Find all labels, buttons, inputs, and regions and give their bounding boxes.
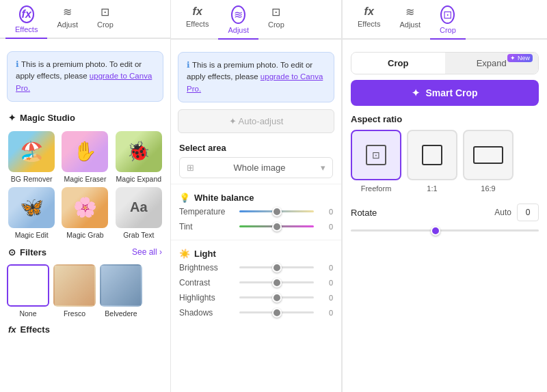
- rotate-track[interactable]: [351, 229, 539, 232]
- white-balance-title: 💡 White balance: [179, 187, 333, 207]
- crop-tab-label-right: Crop: [440, 26, 456, 34]
- adjust-icon-left: ≋: [63, 5, 72, 18]
- contrast-value: 0: [319, 279, 333, 287]
- expand-label: Magic Expand: [116, 175, 162, 183]
- effects-tab-label-right: Effects: [358, 20, 380, 28]
- contrast-track[interactable]: [239, 281, 314, 283]
- smart-crop-button[interactable]: ✦ Smart Crop: [351, 80, 539, 106]
- left-tabs: fx Effects ≋ Adjust ⊡ Crop: [0, 0, 170, 39]
- highlights-label: Highlights: [179, 293, 234, 303]
- tab-effects-mid[interactable]: fx Effects: [176, 0, 218, 38]
- shadows-track[interactable]: [239, 311, 314, 313]
- magic-item-eraser[interactable]: ✋ Magic Eraser: [60, 131, 109, 183]
- magic-item-edit[interactable]: 🦋 Magic Edit: [7, 187, 56, 239]
- info-icon-left: ℹ: [16, 60, 19, 68]
- temperature-track[interactable]: [239, 210, 314, 212]
- brightness-thumb[interactable]: [272, 263, 282, 272]
- see-all-button[interactable]: See all ›: [132, 247, 162, 257]
- fresco-label: Fresco: [64, 309, 85, 318]
- tint-row: Tint 0: [179, 222, 333, 232]
- square-inner: [422, 145, 442, 165]
- tab-adjust-mid[interactable]: ≋ Adjust: [218, 0, 258, 38]
- right-tabs: fx Effects ≋ Adjust ⊡ Crop: [343, 0, 547, 40]
- aspect-1-1[interactable]: 1:1: [407, 130, 457, 193]
- auto-adjust-button[interactable]: ✦ Auto-adjust: [178, 109, 334, 133]
- highlights-value: 0: [319, 294, 333, 302]
- aspect-ratio-grid: ⊡ Freeform 1:1 16:9: [343, 130, 547, 201]
- aspect-16-9[interactable]: 16:9: [463, 130, 513, 193]
- tab-effects-right[interactable]: fx Effects: [348, 0, 390, 38]
- text-label: Grab Text: [123, 231, 154, 239]
- edit-label: Magic Edit: [15, 231, 49, 239]
- filter-belvedere[interactable]: Belvedere: [100, 264, 142, 318]
- magic-item-expand[interactable]: 🐞 Magic Expand: [114, 131, 163, 183]
- tab-adjust-right[interactable]: ≋ Adjust: [390, 0, 430, 38]
- tab-adjust-left[interactable]: ≋ Adjust: [47, 0, 88, 38]
- light-title: ☀️ Light: [179, 243, 333, 263]
- tab-crop-mid[interactable]: ⊡ Crop: [258, 0, 294, 38]
- magic-item-text[interactable]: Aa Grab Text: [114, 187, 163, 239]
- contrast-label: Contrast: [179, 278, 234, 288]
- temperature-thumb[interactable]: [272, 207, 282, 216]
- brightness-track[interactable]: [239, 266, 314, 268]
- square-box: [407, 130, 457, 180]
- tint-thumb[interactable]: [272, 222, 282, 232]
- filters-title: ⊙ Filters: [8, 247, 46, 257]
- tab-crop-left[interactable]: ⊡ Crop: [88, 0, 123, 38]
- contrast-thumb[interactable]: [272, 278, 282, 288]
- rotate-slider-row: [343, 229, 547, 237]
- magic-item-bg-remover[interactable]: 🏖️ BG Remover: [7, 131, 56, 183]
- tint-track[interactable]: [239, 225, 314, 227]
- magic-item-grab[interactable]: 🌸 Magic Grab: [60, 187, 109, 239]
- adjust-tab-label-mid: Adjust: [228, 26, 249, 34]
- shadows-thumb[interactable]: [272, 308, 282, 318]
- temperature-row: Temperature 0: [179, 207, 333, 216]
- white-balance-section: 💡 White balance Temperature 0 Tint 0: [171, 184, 341, 240]
- belvedere-thumb: [100, 264, 142, 307]
- aspect-freeform[interactable]: ⊡ Freeform: [351, 130, 401, 193]
- expand-thumb: 🐞: [116, 131, 162, 172]
- highlights-row: Highlights 0: [179, 293, 333, 303]
- highlights-track[interactable]: [239, 296, 314, 298]
- eraser-label: Magic Eraser: [64, 175, 107, 183]
- filter-fresco[interactable]: Fresco: [53, 264, 96, 318]
- bg-remover-thumb: 🏖️: [8, 131, 55, 172]
- image-icon-mid: ⊞: [187, 163, 194, 173]
- premium-banner-left: ℹ This is a premium photo. To edit or ap…: [7, 51, 163, 102]
- highlights-thumb[interactable]: [272, 293, 282, 303]
- tint-value: 0: [319, 223, 333, 231]
- tab-effects-left[interactable]: fx Effects: [5, 0, 47, 38]
- crop-toggle-expand[interactable]: ✦ New Expand: [445, 53, 539, 74]
- filters-header: ⊙ Filters See all ›: [0, 243, 170, 262]
- effects-section-title: fx Effects: [0, 320, 170, 339]
- freeform-dots: ⊡: [372, 150, 380, 160]
- crop-icon-left: ⊡: [101, 5, 109, 18]
- fx-icon-left: fx: [22, 8, 31, 20]
- wide-label: 16:9: [481, 184, 495, 193]
- select-area-dropdown[interactable]: ⊞ Whole image ▾: [179, 157, 333, 178]
- left-panel: fx Effects ≋ Adjust ⊡ Crop ℹ This is a p…: [0, 0, 171, 392]
- crop-icon-right: ⊡: [443, 8, 452, 21]
- temperature-value: 0: [319, 208, 333, 216]
- light-section: ☀️ Light Brightness 0 Contrast 0 Highlig…: [171, 240, 341, 326]
- wide-box: [463, 130, 513, 180]
- effects-tab-label-mid: Effects: [186, 20, 209, 28]
- adjust-icon-right: ≋: [405, 5, 414, 18]
- middle-tabs: fx Effects ≋ Adjust ⊡ Crop: [171, 0, 341, 40]
- right-panel-content: Crop ✦ New Expand ✦ Smart Crop Aspect ra…: [343, 40, 547, 392]
- none-thumb: [7, 264, 49, 307]
- rotate-value[interactable]: 0: [517, 204, 539, 221]
- magic-grid: 🏖️ BG Remover ✋ Magic Eraser 🐞 Magic Exp…: [0, 127, 170, 243]
- aspect-ratio-label: Aspect ratio: [343, 114, 547, 130]
- tab-crop-right[interactable]: ⊡ Crop: [430, 0, 466, 38]
- eraser-thumb: ✋: [62, 131, 108, 172]
- effects-tab-label-left: Effects: [15, 25, 38, 33]
- smart-crop-label: Smart Crop: [425, 87, 477, 98]
- sparkle-icon-left: ✦: [8, 113, 16, 123]
- filter-none[interactable]: None: [7, 264, 49, 318]
- shadows-row: Shadows 0: [179, 308, 333, 318]
- text-thumb: Aa: [116, 187, 162, 228]
- premium-banner-mid: ℹ This is a premium photo. To edit or ap…: [178, 52, 334, 102]
- crop-toggle-crop[interactable]: Crop: [351, 53, 445, 74]
- rotate-thumb[interactable]: [431, 226, 440, 236]
